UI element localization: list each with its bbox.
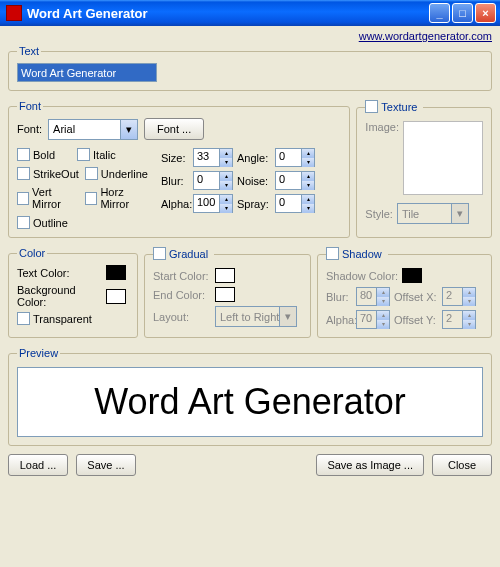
text-input[interactable]	[17, 63, 157, 82]
horzmirror-checkbox[interactable]: Horz Mirror	[85, 186, 151, 210]
endcolor-swatch[interactable]	[215, 287, 235, 302]
startcolor-swatch[interactable]	[215, 268, 235, 283]
alpha-input[interactable]: 100▴▾	[193, 194, 233, 213]
textcolor-swatch[interactable]	[106, 265, 126, 280]
minimize-button[interactable]: _	[429, 3, 450, 23]
gradual-checkbox[interactable]: Gradual	[153, 247, 208, 260]
transparent-checkbox[interactable]: Transparent	[17, 312, 92, 325]
save-button[interactable]: Save ...	[76, 454, 136, 476]
shadow-group: Shadow Shadow Color: Blur: 80▴▾ Offset X…	[317, 247, 492, 338]
preview-text: Word Art Generator	[94, 381, 405, 423]
offsety-label: Offset Y:	[394, 314, 438, 326]
chevron-down-icon: ▾	[279, 307, 296, 326]
window-title: Word Art Generator	[27, 6, 427, 21]
size-input[interactable]: 33▴▾	[193, 148, 233, 167]
spray-input[interactable]: 0▴▾	[275, 194, 315, 213]
layout-select[interactable]: Left to Right ▾	[215, 306, 297, 327]
bgcolor-swatch[interactable]	[106, 289, 126, 304]
offsety-input[interactable]: 2▴▾	[442, 310, 476, 329]
noise-label: Noise:	[237, 175, 271, 187]
chevron-down-icon: ▾	[451, 204, 468, 223]
text-legend: Text	[17, 45, 41, 57]
textcolor-label: Text Color:	[17, 267, 102, 279]
texture-image-label: Image:	[365, 121, 399, 133]
size-label: Size:	[161, 152, 189, 164]
bgcolor-label: Background Color:	[17, 284, 102, 308]
preview-canvas: Word Art Generator	[17, 367, 483, 437]
shadow-alpha-input[interactable]: 70▴▾	[356, 310, 390, 329]
font-select[interactable]: Arial ▾	[48, 119, 138, 140]
shadow-blur-label: Blur:	[326, 291, 352, 303]
angle-label: Angle:	[237, 152, 271, 164]
color-legend: Color	[17, 247, 47, 259]
texture-image-box[interactable]	[403, 121, 483, 195]
app-icon	[6, 5, 22, 21]
texture-style-label: Style:	[365, 208, 393, 220]
bold-checkbox[interactable]: Bold	[17, 148, 55, 161]
italic-checkbox[interactable]: Italic	[77, 148, 116, 161]
maximize-button[interactable]: □	[452, 3, 473, 23]
shadow-checkbox[interactable]: Shadow	[326, 247, 382, 260]
blur-label: Blur:	[161, 175, 189, 187]
underline-checkbox[interactable]: Underline	[85, 167, 148, 180]
website-link[interactable]: www.wordartgenerator.com	[8, 30, 492, 42]
blur-input[interactable]: 0▴▾	[193, 171, 233, 190]
shadowcolor-swatch[interactable]	[402, 268, 422, 283]
layout-label: Layout:	[153, 311, 211, 323]
text-group: Text	[8, 45, 492, 91]
chevron-down-icon: ▾	[120, 120, 137, 139]
close-button[interactable]: Close	[432, 454, 492, 476]
strikeout-checkbox[interactable]: StrikeOut	[17, 167, 79, 180]
shadow-blur-input[interactable]: 80▴▾	[356, 287, 390, 306]
font-label: Font:	[17, 123, 42, 135]
font-legend: Font	[17, 100, 43, 112]
offsetx-label: Offset X:	[394, 291, 438, 303]
preview-group: Preview Word Art Generator	[8, 347, 492, 446]
shadowcolor-label: Shadow Color:	[326, 270, 398, 282]
gradual-group: Gradual Start Color: End Color: Layout: …	[144, 247, 311, 338]
offsetx-input[interactable]: 2▴▾	[442, 287, 476, 306]
font-select-value: Arial	[53, 123, 75, 135]
color-group: Color Text Color: Background Color: Tran…	[8, 247, 138, 338]
save-image-button[interactable]: Save as Image ...	[316, 454, 424, 476]
startcolor-label: Start Color:	[153, 270, 211, 282]
alpha-label: Alpha:	[161, 198, 189, 210]
endcolor-label: End Color:	[153, 289, 211, 301]
font-button[interactable]: Font ...	[144, 118, 204, 140]
texture-style-select[interactable]: Tile ▾	[397, 203, 469, 224]
close-window-button[interactable]: ×	[475, 3, 496, 23]
shadow-alpha-label: Alpha:	[326, 314, 352, 326]
angle-input[interactable]: 0▴▾	[275, 148, 315, 167]
vertmirror-checkbox[interactable]: Vert Mirror	[17, 186, 79, 210]
spray-label: Spray:	[237, 198, 271, 210]
titlebar: Word Art Generator _ □ ×	[0, 0, 500, 26]
outline-checkbox[interactable]: Outline	[17, 216, 68, 229]
texture-checkbox[interactable]: Texture	[365, 100, 417, 113]
preview-legend: Preview	[17, 347, 60, 359]
texture-group: Texture Image: Style: Tile ▾	[356, 100, 492, 238]
font-group: Font Font: Arial ▾ Font ... Bold Italic	[8, 100, 350, 238]
noise-input[interactable]: 0▴▾	[275, 171, 315, 190]
load-button[interactable]: Load ...	[8, 454, 68, 476]
